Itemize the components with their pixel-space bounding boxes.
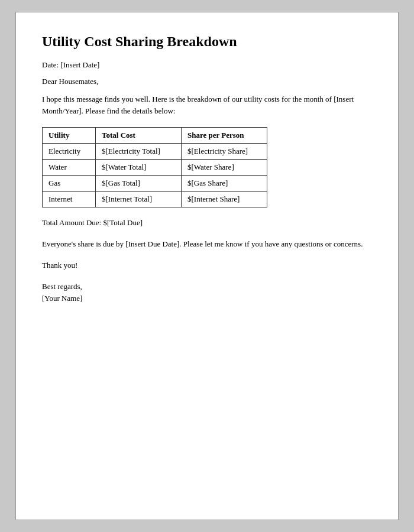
table-cell: $[Gas Total] (96, 176, 182, 192)
table-header-utility: Utility (43, 128, 96, 144)
document-due-notice: Everyone's share is due by [Insert Due D… (42, 238, 372, 250)
closing-line1: Best regards, (42, 282, 82, 291)
table-cell: $[Internet Total] (96, 192, 182, 207)
document-title: Utility Cost Sharing Breakdown (42, 34, 372, 50)
table-cell: Internet (43, 192, 96, 207)
table-header-total: Total Cost (96, 128, 182, 144)
document-total: Total Amount Due: $[Total Due] (42, 218, 372, 228)
table-cell: $[Gas Share] (182, 176, 267, 192)
table-cell: Water (43, 160, 96, 176)
table-row: Electricity$[Electricity Total]$[Electri… (43, 144, 267, 160)
table-row: Internet$[Internet Total]$[Internet Shar… (43, 192, 267, 207)
document-salutation: Dear Housemates, (42, 77, 372, 86)
table-cell: Gas (43, 176, 96, 192)
table-cell: $[Internet Share] (182, 192, 267, 207)
table-cell: $[Electricity Share] (182, 144, 267, 160)
document-intro: I hope this message finds you well. Here… (42, 93, 372, 116)
document-thanks: Thank you! (42, 261, 372, 270)
table-header-share: Share per Person (182, 128, 267, 144)
table-cell: $[Water Share] (182, 160, 267, 176)
table-header-row: Utility Total Cost Share per Person (43, 128, 267, 144)
utility-table: Utility Total Cost Share per Person Elec… (42, 127, 267, 207)
table-row: Water$[Water Total]$[Water Share] (43, 160, 267, 176)
document-date: Date: [Insert Date] (42, 60, 372, 70)
document-container: Utility Cost Sharing Breakdown Date: [In… (15, 12, 399, 520)
table-cell: $[Electricity Total] (96, 144, 182, 160)
table-cell: Electricity (43, 144, 96, 160)
table-cell: $[Water Total] (96, 160, 182, 176)
closing-line2: [Your Name] (42, 294, 82, 303)
document-closing: Best regards, [Your Name] (42, 281, 372, 306)
table-row: Gas$[Gas Total]$[Gas Share] (43, 176, 267, 192)
